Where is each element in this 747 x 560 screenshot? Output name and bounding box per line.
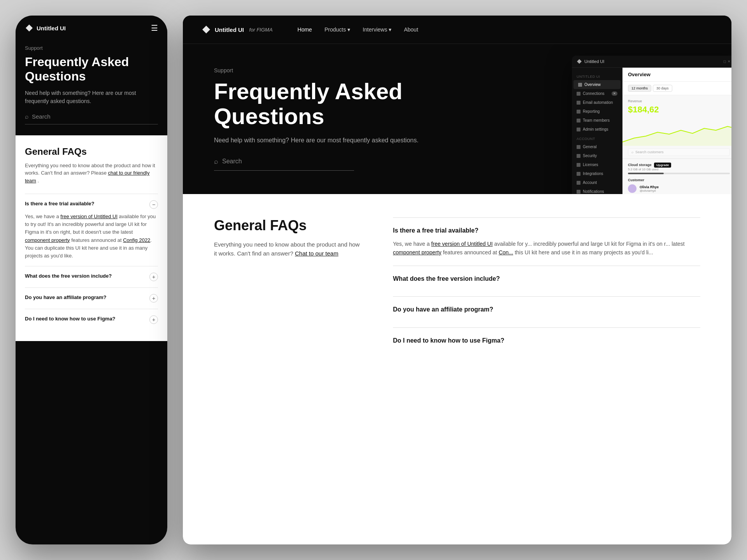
hamburger-icon[interactable]: ☰ bbox=[151, 23, 158, 33]
faq-free-link[interactable]: free version of Untitled UI bbox=[60, 214, 117, 219]
mobile-faq-title: Frequently Asked Questions bbox=[25, 55, 158, 84]
desktop-logo-tagline: for FIGMA bbox=[248, 27, 273, 33]
dash-sidebar-reporting[interactable]: Reporting bbox=[572, 107, 622, 116]
desktop-logo-icon bbox=[202, 25, 211, 34]
mobile-faq-desc: Need help with something? Here are our m… bbox=[25, 89, 158, 105]
faq-item-3-header: Do you have an affiliate program? + bbox=[25, 294, 158, 303]
mobile-support-label: Support bbox=[25, 45, 158, 51]
faq-answer-1: Yes, we have a free version of Untitled … bbox=[25, 213, 158, 260]
faq-item-3: Do you have an affiliate program? + bbox=[25, 287, 158, 309]
dash-integrations-label: Integrations bbox=[583, 172, 603, 176]
desktop-con-link[interactable]: Con... bbox=[499, 249, 513, 256]
mobile-content: General FAQs Everything you need to know… bbox=[16, 135, 167, 341]
dash-admin-icon bbox=[577, 128, 580, 131]
faq-component-link[interactable]: component property bbox=[25, 237, 70, 243]
svg-marker-1 bbox=[202, 26, 210, 33]
mobile-search-bar[interactable]: ⌕ Search bbox=[25, 113, 158, 124]
faq-item-1: Is there a free trial available? − Yes, … bbox=[25, 194, 158, 266]
dash-sidebar-email[interactable]: Email automation bbox=[572, 98, 622, 107]
nav-link-about[interactable]: About bbox=[404, 26, 418, 33]
nav-products-label: Products bbox=[324, 26, 346, 33]
dash-security-label: Security bbox=[583, 154, 597, 158]
desktop-faq-title: Frequently Asked Questions bbox=[214, 79, 486, 129]
nav-about-label: About bbox=[404, 26, 418, 33]
dash-sidebar-security[interactable]: Security bbox=[572, 151, 622, 160]
dash-sidebar-account[interactable]: Account bbox=[572, 178, 622, 187]
desktop-nav: Untitled UI for FIGMA Home Products ▾ In… bbox=[183, 16, 731, 44]
desktop-faq-answer-1: Yes, we have a free version of Untitled … bbox=[393, 240, 700, 257]
dash-icon-1: ◻ bbox=[723, 60, 726, 63]
dash-chart-svg bbox=[622, 119, 731, 146]
dash-storage-used: 5.2 GB of 10 GB used bbox=[628, 168, 730, 171]
dash-admin-label: Admin settings bbox=[583, 127, 608, 131]
faq-item-1-header: Is there a free trial available? − bbox=[25, 200, 158, 209]
mobile-logo-text: Untitled UI bbox=[37, 25, 66, 32]
desktop-search-bar[interactable]: ⌕ Search bbox=[214, 158, 354, 171]
dash-tab-12months[interactable]: 12 months bbox=[628, 85, 651, 92]
dash-avatar-1 bbox=[628, 184, 637, 193]
dash-logo-area: Untitled UI bbox=[577, 59, 604, 64]
dash-sidebar-general[interactable]: General bbox=[572, 142, 622, 151]
dash-topbar-icons: ◻ ✕ bbox=[723, 60, 731, 63]
desktop-faq-question-3: Do you have an affiliate program? bbox=[393, 305, 700, 314]
dash-logo-text: Untitled UI bbox=[584, 59, 604, 64]
faq-config-link[interactable]: Config 2022 bbox=[123, 237, 150, 243]
interviews-chevron: ▾ bbox=[389, 26, 391, 33]
nav-home-label: Home bbox=[298, 26, 312, 33]
dash-sidebar-overview[interactable]: Overview bbox=[573, 80, 621, 89]
dash-overview-label: Overview bbox=[584, 82, 601, 87]
dash-search-icon-inner: ⌕ bbox=[631, 150, 633, 154]
desktop-faq-item-4: Do I need to know how to use Figma? bbox=[393, 327, 700, 358]
nav-link-products[interactable]: Products ▾ bbox=[324, 26, 350, 33]
nav-link-home[interactable]: Home bbox=[298, 26, 312, 33]
dash-sidebar-notifications[interactable]: Notifications bbox=[572, 187, 622, 194]
desktop-logo-name: Untitled UI bbox=[215, 26, 244, 33]
dash-customer-name-1: Olivia Rhye bbox=[640, 185, 730, 189]
mobile-general-faqs-title: General FAQs bbox=[25, 146, 158, 157]
dash-connections-badge: ✕ bbox=[612, 91, 617, 96]
dash-main: Overview 12 months 30 days Revenue $184,… bbox=[622, 68, 731, 194]
dash-licenses-label: Licenses bbox=[583, 163, 598, 167]
mobile-search-placeholder: Search bbox=[32, 113, 51, 120]
desktop-faq-question-2: What does the free version include? bbox=[393, 275, 700, 283]
faq-toggle-3[interactable]: + bbox=[149, 294, 158, 303]
faq-toggle-1[interactable]: − bbox=[149, 200, 158, 209]
dash-storage-label: Cloud storage Upgrade bbox=[628, 163, 730, 167]
dash-search-bar-inner: ⌕ Search customers bbox=[622, 146, 731, 159]
desktop-general-title: General FAQs bbox=[214, 217, 362, 234]
mobile-hero: Support Frequently Asked Questions Need … bbox=[16, 39, 167, 135]
dash-sidebar-team[interactable]: Team members bbox=[572, 116, 622, 125]
faq-item-4: Do I need to know how to use Figma? + bbox=[25, 309, 158, 330]
dash-upgrade-btn[interactable]: Upgrade bbox=[654, 163, 671, 168]
faq-toggle-4[interactable]: + bbox=[149, 315, 158, 324]
mobile-logo: Untitled UI bbox=[25, 24, 66, 32]
dash-sidebar-section-account: ACCOUNT bbox=[572, 134, 622, 142]
desktop-chat-link[interactable]: Chat to our team bbox=[295, 250, 338, 257]
dash-email-icon bbox=[577, 101, 580, 105]
desktop-frame: Untitled UI for FIGMA Home Products ▾ In… bbox=[183, 16, 731, 544]
dash-sidebar-licenses[interactable]: Licenses bbox=[572, 160, 622, 169]
nav-interviews-label: Interviews bbox=[363, 26, 387, 33]
dash-customer-search[interactable]: ⌕ Search customers bbox=[628, 148, 730, 156]
dash-account-icon bbox=[577, 181, 580, 185]
mobile-search-icon: ⌕ bbox=[25, 113, 29, 120]
dash-sidebar-integrations[interactable]: Integrations bbox=[572, 169, 622, 178]
faq-question-2: What does the free version include? bbox=[25, 273, 146, 280]
dash-licenses-icon bbox=[577, 163, 580, 167]
dash-sidebar-connections[interactable]: Connections ✕ bbox=[572, 89, 622, 98]
faq-toggle-2[interactable]: + bbox=[149, 273, 158, 281]
dash-customer-section-label: Customer bbox=[628, 178, 730, 182]
desktop-free-link[interactable]: free version of Untitled UI bbox=[431, 241, 493, 247]
dash-sidebar-admin[interactable]: Admin settings bbox=[572, 125, 622, 134]
dash-icon-2: ✕ bbox=[728, 60, 731, 63]
faq-question-3: Do you have an affiliate program? bbox=[25, 294, 146, 301]
dash-customer-row-1: Olivia Rhye @oliviarhye bbox=[628, 184, 730, 193]
svg-marker-0 bbox=[26, 24, 33, 32]
dash-overview-icon bbox=[578, 83, 582, 87]
dash-integrations-icon bbox=[577, 172, 580, 176]
dash-tab-30days[interactable]: 30 days bbox=[653, 85, 672, 92]
dash-customer-handle-1: @oliviarhye bbox=[640, 189, 730, 192]
desktop-component-link[interactable]: component property bbox=[393, 249, 442, 256]
dash-chart bbox=[622, 119, 731, 146]
nav-link-interviews[interactable]: Interviews ▾ bbox=[363, 26, 391, 33]
